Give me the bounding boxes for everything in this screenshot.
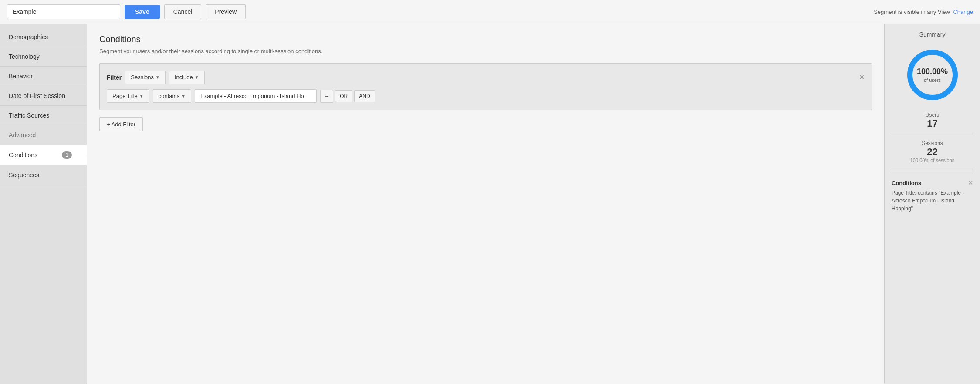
users-stat: Users 17 — [892, 112, 973, 135]
donut-center: 100.00% of users — [917, 67, 948, 83]
sessions-label: Sessions — [892, 140, 973, 146]
page-subtitle: Segment your users and/or their sessions… — [99, 48, 872, 54]
main-layout: Demographics Technology Behavior Date of… — [0, 24, 980, 384]
minus-button[interactable]: − — [320, 90, 333, 103]
include-label: Include — [175, 74, 193, 81]
page-title: Conditions — [99, 34, 872, 44]
summary-panel: Summary 100.00% of users Users 17 Sessio… — [884, 24, 980, 384]
cancel-button[interactable]: Cancel — [164, 4, 202, 19]
add-filter-button[interactable]: + Add Filter — [99, 117, 143, 131]
or-button[interactable]: OR — [335, 90, 352, 102]
filter-label: Filter — [107, 74, 122, 81]
sidebar-item-date-of-first-session[interactable]: Date of First Session — [0, 86, 87, 106]
sessions-label: Sessions — [131, 74, 154, 81]
users-label: Users — [892, 112, 973, 118]
preview-button[interactable]: Preview — [206, 4, 246, 19]
save-button[interactable]: Save — [125, 5, 160, 19]
sidebar-item-behavior[interactable]: Behavior — [0, 67, 87, 86]
include-dropdown[interactable]: Include ▼ — [169, 71, 205, 84]
sessions-stat: Sessions 22 100.00% of sessions — [892, 140, 973, 168]
condition-value-input[interactable] — [195, 89, 317, 103]
change-link[interactable]: Change — [953, 9, 973, 15]
segment-visibility-info: Segment is visible in any View Change — [874, 9, 973, 15]
filter-header-row: Filter Sessions ▼ Include ▼ ✕ — [107, 71, 865, 84]
sessions-value: 22 — [892, 146, 973, 158]
top-bar: Save Cancel Preview Segment is visible i… — [0, 0, 980, 24]
conditions-badge: 1 — [62, 151, 72, 159]
summary-conditions-title-text: Conditions — [892, 180, 921, 186]
field-dropdown[interactable]: Page Title ▼ — [107, 89, 149, 103]
include-dropdown-arrow: ▼ — [195, 75, 199, 80]
visibility-text: Segment is visible in any View — [874, 9, 950, 15]
sessions-dropdown-arrow: ▼ — [155, 75, 160, 80]
filter-condition-row: Page Title ▼ contains ▼ − OR AND — [107, 89, 865, 103]
sidebar-item-demographics[interactable]: Demographics — [0, 27, 87, 47]
donut-chart-container: 100.00% of users — [892, 47, 973, 103]
filter-sessions-dropdown[interactable]: Sessions ▼ — [125, 71, 166, 84]
summary-conditions-box: Conditions ✕ Page Title: contains "Examp… — [892, 174, 973, 212]
operator-dropdown[interactable]: contains ▼ — [153, 89, 191, 103]
filter-close-button[interactable]: ✕ — [859, 73, 865, 81]
operator-dropdown-arrow: ▼ — [181, 94, 186, 98]
donut-of-users: of users — [924, 77, 941, 83]
sidebar: Demographics Technology Behavior Date of… — [0, 24, 87, 384]
or-and-group: − OR AND — [320, 90, 375, 103]
sidebar-item-sequences[interactable]: Sequences — [0, 165, 87, 185]
donut-percent: 100.00% — [917, 67, 948, 76]
segment-name-input[interactable] — [7, 4, 120, 19]
summary-title: Summary — [892, 31, 973, 38]
sessions-sub: 100.00% of sessions — [892, 158, 973, 163]
sidebar-item-traffic-sources[interactable]: Traffic Sources — [0, 106, 87, 125]
field-label: Page Title — [112, 93, 138, 99]
operator-label: contains — [159, 93, 179, 99]
donut-chart: 100.00% of users — [904, 47, 961, 103]
and-button[interactable]: AND — [354, 90, 375, 102]
content-area: Conditions Segment your users and/or the… — [87, 24, 884, 384]
conditions-label: Conditions — [9, 152, 37, 158]
advanced-section-label: Advanced — [0, 125, 87, 145]
summary-conditions-header: Conditions ✕ — [892, 179, 973, 186]
sidebar-item-conditions[interactable]: Conditions 1 — [0, 145, 87, 165]
summary-conditions-close[interactable]: ✕ — [968, 179, 973, 186]
filter-box: Filter Sessions ▼ Include ▼ ✕ Page Title… — [99, 63, 872, 110]
sidebar-item-technology[interactable]: Technology — [0, 47, 87, 67]
field-dropdown-arrow: ▼ — [139, 94, 144, 98]
summary-conditions-text: Page Title: contains "Example - Alfresco… — [892, 189, 973, 212]
users-value: 17 — [892, 118, 973, 129]
